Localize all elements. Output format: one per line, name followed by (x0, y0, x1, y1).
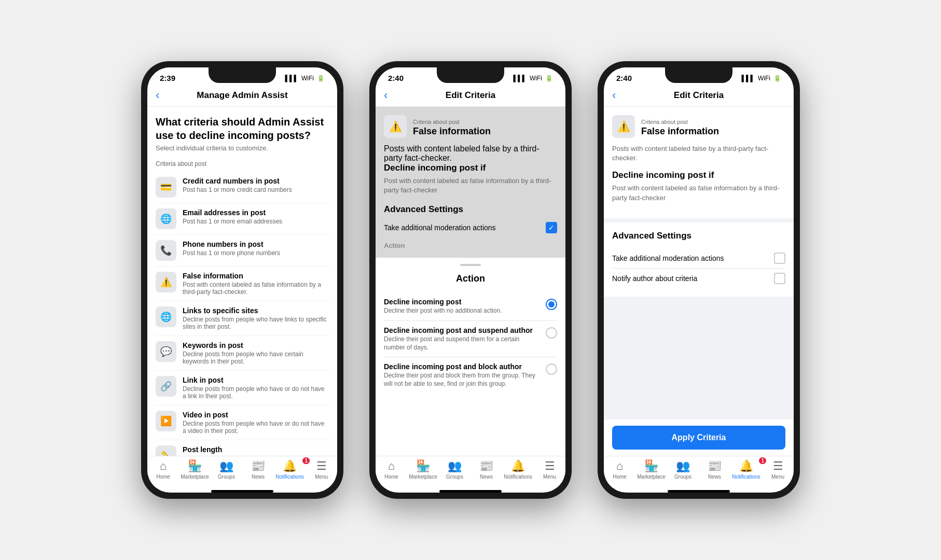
criteria-desc-5: Decline posts from people who have certa… (183, 351, 329, 365)
criteria-title-card-2: False information (413, 126, 491, 137)
criteria-label-3: Criteria about post (641, 119, 688, 125)
tab-news-label-3: News (708, 474, 721, 480)
list-item[interactable]: 📏 Post length (156, 440, 329, 456)
marketplace-icon-3: 🏪 (644, 459, 658, 473)
list-item[interactable]: 📞 Phone numbers in post Post has 1 or mo… (156, 235, 329, 267)
list-item[interactable]: 💬 Keywords in post Decline posts from pe… (156, 336, 329, 371)
setting-row-2[interactable]: Notify author about criteria (612, 269, 785, 288)
tab-groups-3[interactable]: 👥 Groups (667, 459, 699, 480)
criteria-desc-1: Post has 1 or more email addresses (183, 218, 282, 225)
radio-empty-1[interactable] (546, 327, 557, 339)
home-indicator-1 (211, 490, 273, 493)
wifi-icon-2: WiFi (530, 75, 542, 82)
list-item[interactable]: ⚠️ False information Post with content l… (156, 267, 329, 301)
tab-notifications-3[interactable]: 🔔 Notifications 1 (730, 459, 762, 480)
action-option-2[interactable]: Decline incoming post and block author D… (384, 357, 557, 393)
criteria-title-8: Post length (183, 445, 222, 454)
notification-badge-1: 1 (302, 457, 310, 464)
link-sites-icon: 🌐 (156, 306, 176, 327)
list-item[interactable]: 🌐 Email addresses in post Post has 1 or … (156, 203, 329, 235)
time-1: 2:39 (160, 74, 175, 82)
setting-row-1[interactable]: Take additional moderation actions (612, 248, 785, 268)
wifi-icon: WiFi (301, 75, 314, 82)
tab-news-2[interactable]: 📰 News (470, 459, 502, 480)
back-button-2[interactable]: ‹ (384, 89, 400, 102)
setting-label-1: Take additional moderation actions (612, 254, 774, 262)
tab-menu-3[interactable]: ☰ Menu (762, 459, 794, 480)
tab-marketplace-label-3: Marketplace (637, 474, 665, 480)
time-3: 2:40 (616, 74, 632, 82)
tab-groups-2[interactable]: 👥 Groups (439, 459, 470, 480)
tab-groups-label-2: Groups (446, 474, 463, 480)
action-option-1[interactable]: Decline incoming post and suspend author… (384, 321, 557, 357)
checkbox-empty-1[interactable] (774, 253, 785, 264)
gray-top-section: ⚠️ Criteria about post False information… (376, 107, 565, 258)
tab-notifications-2[interactable]: 🔔 Notifications (502, 459, 534, 480)
tab-marketplace-3[interactable]: 🏪 Marketplace (635, 459, 667, 480)
marketplace-icon-1: 🏪 (188, 459, 202, 473)
criteria-title-card-3: False information (641, 126, 719, 137)
tab-notifications-label-3: Notifications (732, 474, 760, 480)
list-item[interactable]: 🔗 Link in post Decline posts from people… (156, 371, 329, 405)
keywords-icon: 💬 (156, 341, 176, 362)
groups-icon-1: 👥 (219, 459, 233, 473)
sheet-handle (460, 264, 481, 266)
advanced-heading-2: Advanced Settings (384, 204, 557, 215)
status-icons-3: ▌▌▌ WiFi 🔋 (741, 75, 781, 82)
list-item[interactable]: 💳 Credit card numbers in post Post has 1… (156, 172, 329, 203)
tab-news-label-2: News (480, 474, 493, 480)
tab-groups-label-1: Groups (218, 474, 235, 480)
tab-menu-1[interactable]: ☰ Menu (306, 459, 337, 480)
criteria-desc-2: Post has 1 or more phone numbers (183, 249, 280, 257)
checkbox-empty-2[interactable] (774, 273, 785, 284)
tab-news-1[interactable]: 📰 News (242, 459, 274, 480)
advanced-setting-row-2[interactable]: Take additional moderation actions ✓ (384, 218, 557, 237)
notch-3 (665, 67, 732, 83)
criteria-desc-3: Post with content labeled as false infor… (183, 281, 329, 296)
tab-news-label-1: News (252, 474, 265, 480)
tab-menu-label-2: Menu (543, 474, 556, 480)
screen1-title: What criteria should Admin Assist use to… (156, 115, 329, 142)
criteria-desc-7: Decline posts from people who have or do… (183, 420, 329, 435)
tab-home-2[interactable]: ⌂ Home (376, 459, 407, 480)
news-icon-1: 📰 (251, 459, 265, 473)
signal-icon-2: ▌▌▌ (513, 75, 527, 82)
tab-groups-label-3: Groups (674, 474, 691, 480)
home-icon-2: ⌂ (388, 459, 395, 473)
time-2: 2:40 (388, 74, 404, 82)
nav-title-2: Edit Criteria (400, 90, 541, 101)
nav-title-1: Manage Admin Assist (172, 90, 312, 101)
radio-selected-0[interactable] (546, 299, 557, 310)
criteria-title-4: Links to specific sites (183, 306, 329, 315)
tab-home-label-3: Home (613, 474, 627, 480)
action-bottom-sheet: Action Decline incoming post Decline the… (376, 258, 565, 456)
criteria-desc-0: Post has 1 or more credit card numbers (183, 186, 292, 193)
nav-bar-3: ‹ Edit Criteria (604, 85, 794, 107)
signal-icon-3: ▌▌▌ (741, 75, 755, 82)
tab-marketplace-label-1: Marketplace (181, 474, 209, 480)
notch (209, 67, 276, 83)
apply-criteria-button[interactable]: Apply Criteria (612, 426, 785, 450)
list-item[interactable]: 🌐 Links to specific sites Decline posts … (156, 301, 329, 336)
tab-marketplace-2[interactable]: 🏪 Marketplace (407, 459, 439, 480)
action-option-0[interactable]: Decline incoming post Decline their post… (384, 292, 557, 320)
tab-home-3[interactable]: ⌂ Home (604, 459, 635, 480)
warning-icon: ⚠️ (156, 272, 176, 292)
back-button-1[interactable]: ‹ (156, 89, 172, 102)
tab-menu-2[interactable]: ☰ Menu (534, 459, 565, 480)
tab-home-1[interactable]: ⌂ Home (147, 459, 179, 480)
tab-news-3[interactable]: 📰 News (699, 459, 730, 480)
tab-groups-1[interactable]: 👥 Groups (211, 459, 242, 480)
home-icon-3: ⌂ (616, 459, 623, 473)
menu-icon-1: ☰ (316, 459, 327, 473)
phone-icon: 📞 (156, 240, 176, 261)
action-sheet-title: Action (384, 273, 557, 284)
tab-marketplace-1[interactable]: 🏪 Marketplace (179, 459, 211, 480)
tab-notifications-1[interactable]: 🔔 Notifications 1 (274, 459, 306, 480)
back-button-3[interactable]: ‹ (612, 89, 629, 102)
battery-icon-3: 🔋 (773, 75, 781, 82)
criteria-title-6: Link in post (183, 376, 329, 384)
list-item[interactable]: ▶️ Video in post Decline posts from peop… (156, 405, 329, 440)
checkbox-checked-2[interactable]: ✓ (546, 222, 557, 233)
radio-empty-2[interactable] (546, 363, 557, 375)
